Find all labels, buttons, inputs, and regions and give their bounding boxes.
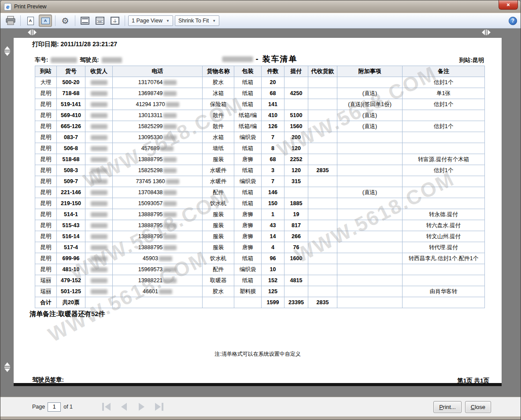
phone-cell: 13888795 xyxy=(113,209,203,220)
headers-footers-button[interactable] xyxy=(78,15,92,27)
toolbar-separator xyxy=(75,15,75,26)
blurred-text xyxy=(163,135,177,140)
table-cell: 转代理.提付 xyxy=(403,242,485,253)
blurred-text xyxy=(163,157,177,162)
table-cell: 146 xyxy=(262,187,285,198)
first-page-button[interactable] xyxy=(99,401,113,413)
table-cell: 7 xyxy=(262,132,285,143)
total-cell xyxy=(403,297,485,308)
table-cell xyxy=(403,275,485,286)
next-page-button[interactable] xyxy=(134,401,148,413)
table-cell: 083-7 xyxy=(57,132,85,143)
table-cell: 配件 xyxy=(203,264,234,275)
blurred-text xyxy=(91,146,107,151)
last-page-button[interactable] xyxy=(152,401,166,413)
margin-handle-left-bottom[interactable] xyxy=(4,362,10,372)
blurred-text xyxy=(91,245,107,250)
table-cell: 瑞丽 xyxy=(35,275,57,286)
table-cell: (直送) xyxy=(337,121,403,132)
blurred-text xyxy=(166,179,179,184)
table-cell: (直送) xyxy=(337,88,403,99)
table-cell: 10 xyxy=(262,264,285,275)
total-cell xyxy=(113,297,203,308)
page-setup-button[interactable]: ⚙ xyxy=(59,15,72,27)
page-number-input[interactable] xyxy=(48,402,61,412)
table-row: 昆明508-315825298水暖件纸箱31202835信封1个 xyxy=(35,165,485,176)
table-cell: 唐狮 xyxy=(234,242,262,253)
first-page-icon xyxy=(105,403,111,411)
blurred-text xyxy=(159,289,172,294)
phone-cell: 13988221 xyxy=(113,275,203,286)
table-cell: 200 xyxy=(285,132,308,143)
table-cell: 昆明 xyxy=(35,165,57,176)
margin-handle-top-right[interactable] xyxy=(482,29,491,35)
help-button[interactable]: ? xyxy=(509,17,517,25)
table-cell: 唐狮 xyxy=(234,154,262,165)
blurred-text xyxy=(91,278,107,283)
table-cell xyxy=(403,198,485,209)
vehicle-driver-line: 车号: 驾驶员: xyxy=(35,56,122,64)
close-window-button[interactable]: + xyxy=(499,0,518,10)
phone-cell: 457689 xyxy=(113,143,203,154)
consignee-cell xyxy=(85,264,113,275)
table-cell: 水箱 xyxy=(203,132,234,143)
table-cell: 唐狮 xyxy=(234,220,262,231)
column-header: 收货人 xyxy=(85,66,113,77)
table-cell: 昆明 xyxy=(35,220,57,231)
blurred-text xyxy=(91,256,107,261)
consignee-cell xyxy=(85,275,113,286)
table-cell: 221-146 xyxy=(57,187,85,198)
table-cell: 大理 xyxy=(35,77,57,88)
table-cell: 506-8 xyxy=(57,143,85,154)
consignee-cell xyxy=(85,176,113,187)
table-cell: 塑料膜 xyxy=(234,286,262,297)
previous-page-button[interactable] xyxy=(117,401,131,413)
close-button[interactable]: Close xyxy=(465,401,491,413)
vehicle-value-blurred xyxy=(51,57,77,63)
blurred-text xyxy=(163,245,177,250)
consignee-cell xyxy=(85,99,113,110)
table-cell xyxy=(337,220,403,231)
print-button[interactable]: Print... xyxy=(433,401,462,413)
portrait-button[interactable]: A xyxy=(24,15,37,27)
table-cell: 7 xyxy=(262,176,285,187)
table-cell: 126 xyxy=(262,121,285,132)
table-cell: 141 xyxy=(262,99,285,110)
table-cell: 昆明 xyxy=(35,264,57,275)
blurred-text xyxy=(91,80,107,85)
margin-handle-top-left[interactable] xyxy=(28,29,37,35)
print-button-toolbar[interactable] xyxy=(4,15,17,27)
table-row: 昆明514-113888795服装唐狮119转永德.提付 xyxy=(35,209,485,220)
page-view-dropdown[interactable]: 1 Page View ▼ xyxy=(128,15,173,26)
blurred-text xyxy=(163,80,177,85)
table-cell: 昆明 xyxy=(35,209,57,220)
table-cell xyxy=(337,165,403,176)
margin-handle-left-top[interactable] xyxy=(4,46,10,56)
blurred-text xyxy=(163,223,177,228)
table-row: 昆明506-8457689墙纸纸箱8120 xyxy=(35,143,485,154)
table-cell: 纸箱 xyxy=(234,198,262,209)
table-cell xyxy=(308,110,337,121)
phone-cell: 13698749 xyxy=(113,88,203,99)
table-cell xyxy=(403,176,485,187)
full-width-button[interactable]: ↔ xyxy=(93,15,107,27)
table-cell: 服装 xyxy=(203,242,234,253)
shrink-to-fit-dropdown[interactable]: Shrink To Fit ▼ xyxy=(175,15,219,26)
blurred-text xyxy=(91,201,107,206)
header-footer-icon xyxy=(81,17,89,25)
phone-cell: 13888795 xyxy=(113,242,203,253)
table-cell xyxy=(308,143,337,154)
table-cell: 昆明 xyxy=(35,88,57,99)
table-cell: 散件 xyxy=(203,110,234,121)
table-cell: 昆明 xyxy=(35,176,57,187)
table-cell: 昆明 xyxy=(35,187,57,198)
blurred-text xyxy=(91,91,107,96)
blurred-text xyxy=(91,190,107,195)
table-cell: 昆明 xyxy=(35,198,57,209)
table-cell: 14 xyxy=(262,231,285,242)
full-page-button[interactable]: ↔↕ xyxy=(108,15,122,27)
landscape-button[interactable]: A xyxy=(39,15,52,27)
blurred-text xyxy=(163,190,177,195)
table-cell: 转永德.提付 xyxy=(403,209,485,220)
consignee-cell xyxy=(85,143,113,154)
